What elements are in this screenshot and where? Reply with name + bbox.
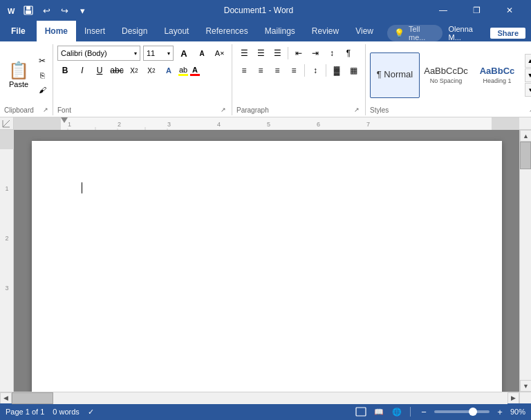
zoom-percentage[interactable]: 90% [510, 408, 525, 416]
indent-top-marker[interactable] [61, 117, 68, 123]
minimize-btn[interactable]: — [427, 0, 459, 21]
style-normal[interactable]: ¶ Normal [370, 52, 420, 98]
styles-scroll-up[interactable]: ▲ [525, 54, 531, 68]
tab-insert[interactable]: Insert [76, 21, 113, 41]
numbering-btn[interactable]: ☰ [253, 46, 268, 61]
borders-btn[interactable]: ▦ [346, 63, 361, 78]
grow-font-btn[interactable]: A [176, 46, 192, 61]
subscript-btn[interactable]: X2 [127, 63, 142, 78]
tell-me-box[interactable]: 💡 Tell me... [387, 25, 443, 41]
tab-layout[interactable]: Layout [156, 21, 197, 41]
tab-references[interactable]: References [197, 21, 256, 41]
document-page[interactable] [32, 141, 502, 392]
redo-quick-btn[interactable]: ↪ [57, 3, 72, 18]
word-logo-icon: W [6, 5, 17, 16]
svg-rect-23 [0, 130, 14, 149]
tab-view[interactable]: View [347, 21, 382, 41]
window-title: Document1 - Word [90, 6, 427, 15]
customize-quick-btn[interactable]: ▾ [75, 3, 90, 18]
cut-btn[interactable]: ✂ [35, 54, 50, 68]
web-layout-btn[interactable]: 🌐 [389, 405, 404, 418]
page-indicator[interactable]: Page 1 of 1 [6, 408, 44, 416]
align-center-btn[interactable]: ≡ [253, 63, 268, 78]
tab-mailings[interactable]: Mailings [257, 21, 304, 41]
copy-btn[interactable]: ⎘ [35, 68, 50, 82]
para-expander[interactable]: ↗ [353, 106, 361, 114]
scroll-thumb-v[interactable] [520, 142, 531, 169]
divider2 [304, 64, 305, 77]
style-no-spacing[interactable]: AaBbCcDc No Spacing [421, 52, 471, 98]
italic-btn[interactable]: I [75, 63, 90, 78]
status-left: Page 1 of 1 0 words ✓ [6, 408, 94, 417]
align-left-btn[interactable]: ≡ [236, 63, 252, 78]
superscript-btn[interactable]: X2 [144, 63, 159, 78]
status-divider [410, 407, 411, 417]
multilevel-btn[interactable]: ☰ [270, 46, 285, 61]
read-mode-btn[interactable]: 📖 [371, 405, 386, 418]
font-color-btn[interactable]: A [190, 66, 200, 76]
zoom-in-btn[interactable]: + [492, 405, 507, 418]
paste-btn[interactable]: 📋 Paste [4, 59, 33, 91]
scroll-down-btn[interactable]: ▼ [520, 380, 531, 392]
font-color-icon: A [192, 66, 198, 74]
close-btn[interactable]: ✕ [494, 0, 525, 21]
scroll-track-v[interactable] [520, 142, 531, 380]
font-label: Font [57, 106, 71, 114]
font-group: Calibri (Body) ▾ 11 ▾ A A A✕ B I U abc X… [53, 44, 232, 115]
print-layout-btn[interactable] [353, 405, 369, 418]
show-hide-btn[interactable]: ¶ [341, 46, 356, 61]
format-painter-btn[interactable]: 🖌 [35, 83, 50, 97]
save-quick-btn[interactable] [21, 3, 36, 18]
share-btn[interactable]: Share [490, 28, 525, 39]
title-bar-controls: — ❐ ✕ [427, 0, 525, 21]
scroll-up-btn[interactable]: ▲ [520, 130, 531, 142]
document-area[interactable] [14, 130, 519, 392]
ruler-right-margin [492, 117, 519, 130]
highlight-btn[interactable]: ab [178, 66, 188, 76]
align-right-btn[interactable]: ≡ [270, 63, 285, 78]
clipboard-expander[interactable]: ↗ [41, 106, 50, 114]
justify-btn[interactable]: ≡ [286, 63, 301, 78]
styles-scroll-down[interactable]: ▼ [525, 68, 531, 82]
zoom-slider-thumb[interactable] [469, 408, 477, 416]
style-heading1[interactable]: AaBbCc Heading 1 [472, 52, 522, 98]
underline-btn[interactable]: U [92, 63, 107, 78]
tab-design[interactable]: Design [113, 21, 156, 41]
restore-btn[interactable]: ❐ [460, 0, 492, 21]
text-effect-btn[interactable]: A [161, 63, 176, 78]
shrink-font-btn[interactable]: A [194, 46, 209, 61]
scroll-right-btn[interactable]: ▶ [507, 392, 519, 404]
tab-file[interactable]: File [0, 21, 37, 41]
bold-btn[interactable]: B [57, 63, 73, 78]
styles-expander[interactable]: ↗ [528, 106, 531, 114]
user-name[interactable]: Olenna M... [448, 25, 485, 41]
undo-quick-btn[interactable]: ↩ [39, 3, 54, 18]
bullets-btn[interactable]: ☰ [236, 46, 252, 61]
line-spacing-btn[interactable]: ↕ [308, 63, 323, 78]
decrease-indent-btn[interactable]: ⇤ [291, 46, 306, 61]
scroll-thumb-h[interactable] [12, 392, 53, 404]
para-label-row: Paragraph ↗ [236, 106, 361, 114]
status-bar: Page 1 of 1 0 words ✓ 📖 🌐 − + 90% [0, 403, 531, 420]
styles-more-btn[interactable]: ▾ [525, 83, 531, 97]
increase-indent-btn[interactable]: ⇥ [308, 46, 323, 61]
proofing-btn[interactable]: ✓ [88, 408, 94, 417]
clear-format-btn[interactable]: A✕ [212, 46, 227, 61]
tab-review[interactable]: Review [304, 21, 347, 41]
word-count[interactable]: 0 words [53, 408, 80, 416]
title-bar-left: W ↩ ↪ ▾ [6, 3, 90, 18]
font-name-dropdown[interactable]: Calibri (Body) ▾ [57, 46, 140, 61]
strikethrough-btn[interactable]: abc [109, 63, 124, 78]
scroll-left-btn[interactable]: ◀ [0, 392, 12, 404]
zoom-out-btn[interactable]: − [416, 405, 431, 418]
svg-text:W: W [8, 7, 15, 15]
zoom-slider-track[interactable] [434, 410, 490, 413]
font-size-dropdown[interactable]: 11 ▾ [143, 46, 174, 61]
svg-text:6: 6 [317, 121, 320, 128]
scroll-track-h[interactable] [12, 392, 507, 404]
ruler-area: 1 2 3 4 5 6 7 [0, 117, 531, 130]
sort-btn[interactable]: ↕ [324, 46, 339, 61]
tab-home[interactable]: Home [37, 21, 76, 41]
shading-btn[interactable]: ▓ [329, 63, 344, 78]
font-expander[interactable]: ↗ [219, 106, 227, 114]
